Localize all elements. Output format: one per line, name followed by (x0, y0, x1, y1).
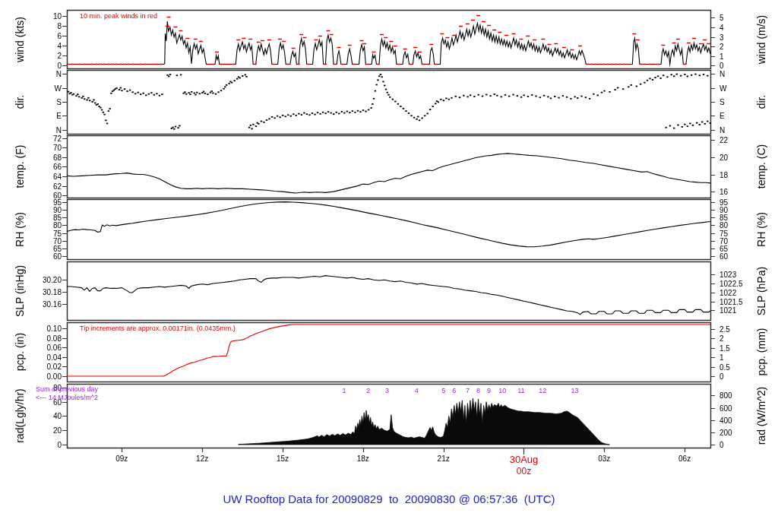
axis-label-wind-right: wind (m/s) (755, 14, 767, 64)
axis-label-slp-left: SLP (inHg) (14, 264, 26, 316)
meteogram-figure: 0246810012345wind (kts)wind (m/s)NWSENNW… (0, 0, 778, 532)
mjoules-mark: 4 (415, 387, 419, 394)
xaxis-tick-label: 06z (678, 454, 691, 463)
tip-increment-note: Tip increments are approx. 0.00171in. (0… (80, 325, 236, 332)
axis-label-dir-right: dir. (755, 95, 767, 109)
tick-label-dir-right: E (719, 112, 725, 120)
tick-label-wind-left: 6 (27, 32, 62, 40)
tick-label-temp-left: 70 (27, 144, 62, 152)
tick-label-temp-right: 20 (719, 153, 728, 161)
tick-label-temp-right: 22 (719, 136, 728, 144)
tick-label-slp-right: 1021 (719, 306, 736, 315)
tick-label-slp-left: 30.18 (27, 288, 62, 296)
mjoules-mark: 7 (466, 387, 470, 394)
axis-label-pcp-right: pcp. (mm) (755, 328, 767, 376)
page-title: UW Rooftop Data for 20090829 to 20090830… (0, 492, 778, 505)
axis-label-rh-right: RH (%) (755, 212, 767, 247)
mjoules-mark: 10 (498, 387, 506, 394)
tick-label-wind-right: 1 (719, 52, 724, 60)
tick-label-pcp-left: 0.02 (27, 363, 62, 371)
tick-label-temp-left: 66 (27, 163, 62, 171)
tick-label-wind-right: 3 (719, 33, 724, 41)
mjoules-mark: 2 (366, 387, 370, 394)
tick-label-slp-left: 30.16 (27, 300, 62, 309)
tick-label-pcp-left: 0.10 (27, 325, 62, 333)
tick-label-wind-left: 10 (27, 12, 62, 21)
tick-label-temp-right: 18 (719, 170, 728, 179)
tick-label-wind-left: 0 (27, 62, 62, 70)
mjoules-mark: 3 (385, 387, 389, 394)
tick-label-dir-left: W (27, 84, 62, 92)
tick-label-wind-left: 4 (27, 42, 62, 50)
mjoules-mark: 6 (452, 387, 456, 394)
tick-label-rad-left: 0 (27, 440, 62, 448)
tick-label-temp-left: 64 (27, 173, 62, 181)
mjoules-mark: 8 (476, 387, 480, 394)
tick-label-wind-right: 0 (719, 62, 724, 70)
tick-label-slp-left: 30.20 (27, 276, 62, 284)
tick-label-dir-right: N (719, 125, 725, 134)
xaxis-tick-label: 15z (277, 454, 289, 463)
mjoules-mark: 9 (487, 387, 491, 394)
axis-label-rad-left: rad(Lgly/hr) (14, 388, 26, 443)
tick-label-rad-left: 40 (27, 412, 62, 420)
axis-label-slp-right: SLP (hPa) (755, 266, 767, 315)
tick-label-dir-right: N (719, 70, 725, 78)
mjoules-mark: 13 (571, 387, 578, 394)
tick-label-dir-left: E (27, 112, 62, 120)
tick-label-temp-left: 72 (27, 134, 62, 142)
date-label-00z: 00z (517, 466, 531, 477)
tick-label-pcp-left: 0.08 (27, 334, 62, 342)
axis-label-temp-right: temp. (C) (755, 144, 767, 188)
tick-label-temp-left: 62 (27, 182, 62, 190)
tick-label-rh-right: 60 (719, 252, 728, 260)
tick-label-temp-left: 68 (27, 153, 62, 161)
axis-label-pcp-left: pcp. (in) (14, 333, 26, 372)
tick-label-pcp-right: 1.5 (719, 344, 730, 352)
tick-label-dir-right: S (719, 98, 725, 106)
mjoules-mark: 5 (441, 387, 445, 394)
tick-label-pcp-left: 0.00 (27, 372, 62, 381)
tick-label-pcp-right: 0 (719, 372, 724, 381)
tick-label-pcp-right: 0.5 (719, 363, 730, 371)
tick-label-rad-right: 400 (719, 416, 732, 424)
mjoules-mark: 11 (517, 387, 524, 394)
xaxis-tick-label: 18z (357, 454, 369, 463)
tick-label-rad-left: 20 (27, 426, 62, 435)
xaxis-tick-label: 09z (115, 454, 128, 463)
tick-label-pcp-right: 2 (719, 334, 724, 343)
plot-canvas (0, 0, 778, 532)
mjoules-mark: 12 (539, 387, 546, 394)
tick-label-slp-right: 1022 (719, 289, 736, 297)
tick-label-dir-right: W (719, 84, 726, 92)
tick-label-temp-right: 16 (719, 188, 728, 196)
tick-label-rad-right: 800 (719, 391, 732, 400)
tick-label-dir-left: N (27, 70, 62, 78)
tick-label-slp-right: 1021.5 (719, 298, 743, 306)
radiation-sum-note-line2: <--- 14 MJoules/m^2 (36, 394, 98, 401)
radiation-sum-note-line1: Sum of previous day (36, 385, 98, 393)
tick-label-dir-left: S (27, 98, 62, 106)
date-label-30aug: 30Aug (510, 454, 539, 465)
mjoules-mark: 1 (343, 387, 346, 394)
tick-label-pcp-left: 0.04 (27, 353, 62, 361)
tick-label-rad-right: 600 (719, 404, 732, 412)
axis-label-dir-left: dir. (14, 95, 26, 109)
tick-label-slp-right: 1023 (719, 271, 736, 279)
xaxis-tick-label: 03z (598, 454, 610, 463)
xaxis-tick-label: 12z (196, 454, 208, 463)
axis-label-rad-right: rad (W/m^2) (755, 387, 767, 445)
tick-label-dir-left: N (27, 125, 62, 134)
tick-label-pcp-left: 0.06 (27, 344, 62, 352)
tick-label-wind-right: 5 (719, 14, 724, 22)
axis-label-temp-left: temp. (F) (14, 145, 26, 188)
wind-peak-note: 10 min. peak winds in red (80, 12, 157, 20)
tick-label-wind-left: 2 (27, 52, 62, 60)
tick-label-pcp-right: 1 (719, 353, 724, 362)
tick-label-wind-right: 4 (719, 23, 724, 31)
tick-label-pcp-right: 2.5 (719, 325, 730, 334)
tick-label-rh-left: 60 (27, 252, 62, 260)
axis-label-rh-left: RH (%) (14, 212, 26, 247)
tick-label-rad-right: 0 (719, 440, 724, 448)
tick-label-rad-right: 200 (719, 428, 732, 436)
